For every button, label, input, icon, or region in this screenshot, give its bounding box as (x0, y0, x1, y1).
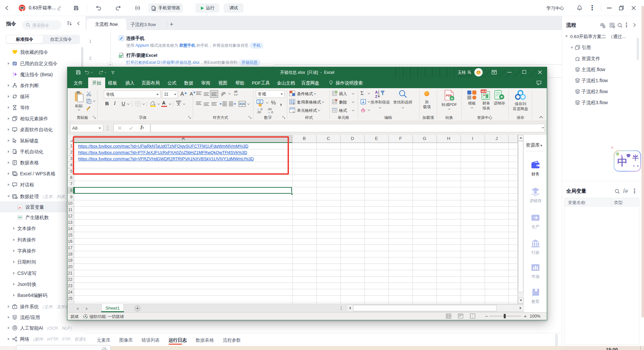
svg-text:A: A (375, 90, 378, 94)
svg-text:fx: fx (19, 206, 21, 209)
svg-text:ab: ab (220, 91, 225, 96)
svg-text:NEW: NEW (481, 90, 487, 93)
svg-text:Z: Z (375, 95, 377, 99)
